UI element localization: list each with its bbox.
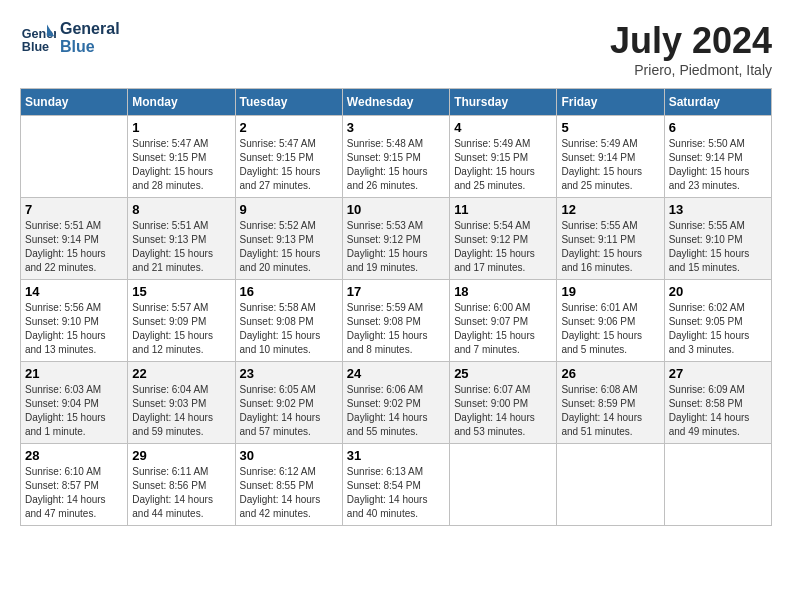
calendar-cell: 3Sunrise: 5:48 AMSunset: 9:15 PMDaylight… — [342, 116, 449, 198]
calendar-cell: 7Sunrise: 5:51 AMSunset: 9:14 PMDaylight… — [21, 198, 128, 280]
calendar-cell: 14Sunrise: 5:56 AMSunset: 9:10 PMDayligh… — [21, 280, 128, 362]
calendar-cell: 27Sunrise: 6:09 AMSunset: 8:58 PMDayligh… — [664, 362, 771, 444]
day-number: 20 — [669, 284, 767, 299]
calendar-cell: 29Sunrise: 6:11 AMSunset: 8:56 PMDayligh… — [128, 444, 235, 526]
calendar-cell: 31Sunrise: 6:13 AMSunset: 8:54 PMDayligh… — [342, 444, 449, 526]
calendar-cell: 22Sunrise: 6:04 AMSunset: 9:03 PMDayligh… — [128, 362, 235, 444]
day-number: 2 — [240, 120, 338, 135]
calendar-cell: 1Sunrise: 5:47 AMSunset: 9:15 PMDaylight… — [128, 116, 235, 198]
calendar-cell — [21, 116, 128, 198]
day-number: 6 — [669, 120, 767, 135]
day-number: 5 — [561, 120, 659, 135]
day-info: Sunrise: 6:09 AMSunset: 8:58 PMDaylight:… — [669, 383, 767, 439]
day-info: Sunrise: 6:05 AMSunset: 9:02 PMDaylight:… — [240, 383, 338, 439]
calendar-cell: 9Sunrise: 5:52 AMSunset: 9:13 PMDaylight… — [235, 198, 342, 280]
calendar-cell: 17Sunrise: 5:59 AMSunset: 9:08 PMDayligh… — [342, 280, 449, 362]
day-info: Sunrise: 6:11 AMSunset: 8:56 PMDaylight:… — [132, 465, 230, 521]
day-info: Sunrise: 5:51 AMSunset: 9:13 PMDaylight:… — [132, 219, 230, 275]
day-header-monday: Monday — [128, 89, 235, 116]
calendar-week-row: 21Sunrise: 6:03 AMSunset: 9:04 PMDayligh… — [21, 362, 772, 444]
calendar-cell: 23Sunrise: 6:05 AMSunset: 9:02 PMDayligh… — [235, 362, 342, 444]
calendar-cell: 28Sunrise: 6:10 AMSunset: 8:57 PMDayligh… — [21, 444, 128, 526]
day-number: 3 — [347, 120, 445, 135]
location-subtitle: Priero, Piedmont, Italy — [610, 62, 772, 78]
day-number: 27 — [669, 366, 767, 381]
day-number: 17 — [347, 284, 445, 299]
calendar-header-row: SundayMondayTuesdayWednesdayThursdayFrid… — [21, 89, 772, 116]
day-number: 12 — [561, 202, 659, 217]
day-info: Sunrise: 6:12 AMSunset: 8:55 PMDaylight:… — [240, 465, 338, 521]
day-number: 25 — [454, 366, 552, 381]
day-info: Sunrise: 6:08 AMSunset: 8:59 PMDaylight:… — [561, 383, 659, 439]
day-number: 31 — [347, 448, 445, 463]
day-info: Sunrise: 6:06 AMSunset: 9:02 PMDaylight:… — [347, 383, 445, 439]
day-header-saturday: Saturday — [664, 89, 771, 116]
logo-line1: General — [60, 20, 120, 38]
day-number: 15 — [132, 284, 230, 299]
calendar-week-row: 1Sunrise: 5:47 AMSunset: 9:15 PMDaylight… — [21, 116, 772, 198]
day-number: 16 — [240, 284, 338, 299]
day-number: 28 — [25, 448, 123, 463]
day-number: 11 — [454, 202, 552, 217]
calendar-week-row: 28Sunrise: 6:10 AMSunset: 8:57 PMDayligh… — [21, 444, 772, 526]
day-info: Sunrise: 5:55 AMSunset: 9:10 PMDaylight:… — [669, 219, 767, 275]
day-number: 21 — [25, 366, 123, 381]
calendar-body: 1Sunrise: 5:47 AMSunset: 9:15 PMDaylight… — [21, 116, 772, 526]
logo-icon: General Blue — [20, 20, 56, 56]
day-number: 23 — [240, 366, 338, 381]
day-number: 24 — [347, 366, 445, 381]
day-number: 30 — [240, 448, 338, 463]
day-info: Sunrise: 5:50 AMSunset: 9:14 PMDaylight:… — [669, 137, 767, 193]
day-info: Sunrise: 5:54 AMSunset: 9:12 PMDaylight:… — [454, 219, 552, 275]
day-number: 10 — [347, 202, 445, 217]
calendar-cell: 2Sunrise: 5:47 AMSunset: 9:15 PMDaylight… — [235, 116, 342, 198]
calendar-cell: 20Sunrise: 6:02 AMSunset: 9:05 PMDayligh… — [664, 280, 771, 362]
day-number: 8 — [132, 202, 230, 217]
calendar-cell: 11Sunrise: 5:54 AMSunset: 9:12 PMDayligh… — [450, 198, 557, 280]
day-number: 7 — [25, 202, 123, 217]
calendar-cell: 15Sunrise: 5:57 AMSunset: 9:09 PMDayligh… — [128, 280, 235, 362]
day-number: 26 — [561, 366, 659, 381]
day-info: Sunrise: 6:00 AMSunset: 9:07 PMDaylight:… — [454, 301, 552, 357]
day-header-sunday: Sunday — [21, 89, 128, 116]
day-number: 4 — [454, 120, 552, 135]
day-number: 18 — [454, 284, 552, 299]
calendar-cell: 10Sunrise: 5:53 AMSunset: 9:12 PMDayligh… — [342, 198, 449, 280]
day-number: 14 — [25, 284, 123, 299]
page-header: General Blue General Blue July 2024 Prie… — [20, 20, 772, 78]
calendar-cell: 18Sunrise: 6:00 AMSunset: 9:07 PMDayligh… — [450, 280, 557, 362]
day-info: Sunrise: 5:49 AMSunset: 9:14 PMDaylight:… — [561, 137, 659, 193]
svg-text:Blue: Blue — [22, 40, 49, 54]
day-number: 1 — [132, 120, 230, 135]
calendar-cell — [450, 444, 557, 526]
calendar-cell: 6Sunrise: 5:50 AMSunset: 9:14 PMDaylight… — [664, 116, 771, 198]
day-number: 13 — [669, 202, 767, 217]
day-header-friday: Friday — [557, 89, 664, 116]
calendar-cell: 12Sunrise: 5:55 AMSunset: 9:11 PMDayligh… — [557, 198, 664, 280]
calendar-cell: 5Sunrise: 5:49 AMSunset: 9:14 PMDaylight… — [557, 116, 664, 198]
calendar-cell: 8Sunrise: 5:51 AMSunset: 9:13 PMDaylight… — [128, 198, 235, 280]
calendar-cell: 25Sunrise: 6:07 AMSunset: 9:00 PMDayligh… — [450, 362, 557, 444]
day-info: Sunrise: 5:53 AMSunset: 9:12 PMDaylight:… — [347, 219, 445, 275]
day-info: Sunrise: 6:13 AMSunset: 8:54 PMDaylight:… — [347, 465, 445, 521]
logo: General Blue General Blue — [20, 20, 120, 56]
calendar-week-row: 7Sunrise: 5:51 AMSunset: 9:14 PMDaylight… — [21, 198, 772, 280]
calendar-table: SundayMondayTuesdayWednesdayThursdayFrid… — [20, 88, 772, 526]
calendar-cell: 24Sunrise: 6:06 AMSunset: 9:02 PMDayligh… — [342, 362, 449, 444]
day-info: Sunrise: 5:56 AMSunset: 9:10 PMDaylight:… — [25, 301, 123, 357]
day-number: 29 — [132, 448, 230, 463]
calendar-week-row: 14Sunrise: 5:56 AMSunset: 9:10 PMDayligh… — [21, 280, 772, 362]
day-number: 19 — [561, 284, 659, 299]
day-info: Sunrise: 5:52 AMSunset: 9:13 PMDaylight:… — [240, 219, 338, 275]
calendar-cell — [664, 444, 771, 526]
day-info: Sunrise: 5:47 AMSunset: 9:15 PMDaylight:… — [240, 137, 338, 193]
day-number: 22 — [132, 366, 230, 381]
calendar-cell: 4Sunrise: 5:49 AMSunset: 9:15 PMDaylight… — [450, 116, 557, 198]
day-info: Sunrise: 5:59 AMSunset: 9:08 PMDaylight:… — [347, 301, 445, 357]
day-info: Sunrise: 5:55 AMSunset: 9:11 PMDaylight:… — [561, 219, 659, 275]
day-info: Sunrise: 6:04 AMSunset: 9:03 PMDaylight:… — [132, 383, 230, 439]
day-info: Sunrise: 5:48 AMSunset: 9:15 PMDaylight:… — [347, 137, 445, 193]
day-info: Sunrise: 5:58 AMSunset: 9:08 PMDaylight:… — [240, 301, 338, 357]
day-info: Sunrise: 5:49 AMSunset: 9:15 PMDaylight:… — [454, 137, 552, 193]
day-header-tuesday: Tuesday — [235, 89, 342, 116]
